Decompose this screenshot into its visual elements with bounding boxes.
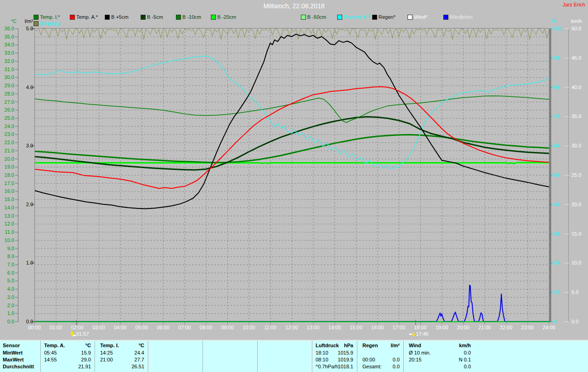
table-cell-value: 26.51 <box>117 364 144 369</box>
table-divider-highlight <box>148 341 149 372</box>
table-col-unit: hPa <box>329 343 353 348</box>
table-col-unit: l/m² <box>376 343 400 348</box>
table-cell-value: 1015.9 <box>326 350 353 355</box>
table-divider-highlight <box>203 341 204 372</box>
table-divider-highlight <box>95 341 96 372</box>
table-row-header: Sensor <box>3 343 40 348</box>
table-divider-highlight <box>258 341 258 372</box>
table-row-header: Durchschnitt <box>3 364 40 369</box>
table-divider-highlight <box>404 341 404 372</box>
table-cell-value: 21.91 <box>63 364 91 369</box>
sunrise-icon <box>70 331 76 337</box>
table-cell-value: 1018.1 <box>326 364 353 369</box>
table-cell-value: 0.0 <box>372 357 400 362</box>
table-col-title: Wind <box>409 343 450 348</box>
table-col-unit: km/h <box>447 343 471 348</box>
table-col-unit: °C <box>120 343 144 348</box>
table-col-unit: °C <box>67 343 91 348</box>
marker-time: 17:46 <box>416 331 429 337</box>
table-cell-value: 0.0 <box>443 350 471 355</box>
table-row-header: MinWert <box>3 350 40 355</box>
table-cell-value: 1019.9 <box>326 357 353 362</box>
sunset-icon <box>409 331 416 337</box>
table-cell-value: 0.0 <box>443 364 471 369</box>
table-cell-value: 15.9 <box>63 350 91 355</box>
marker-time: 01:57 <box>76 331 89 337</box>
table-divider-highlight <box>41 341 41 372</box>
table-cell-value: 27.7 <box>117 357 144 362</box>
table-row-header: MaxWert <box>3 357 40 362</box>
table-cell-value: N 0.1 <box>443 357 471 362</box>
sun-markers: 01:5717:46 <box>0 0 588 341</box>
weather-chart-window: Mittwoch, 22.08.2018 Jarz Erich °C l/m² … <box>0 0 588 372</box>
table-cell-value: 0.0 <box>372 364 400 369</box>
table-divider-highlight <box>357 341 358 372</box>
table-divider-highlight <box>312 341 313 372</box>
table-cell-value: 29.0 <box>63 357 91 362</box>
marker-sunset: 17:46 <box>409 331 429 338</box>
marker-sunrise: 01:57 <box>70 331 89 338</box>
table-cell-value: 24.4 <box>117 350 144 355</box>
stats-table: SensorMinWertMaxWertDurchschnittTemp. A.… <box>0 340 588 372</box>
